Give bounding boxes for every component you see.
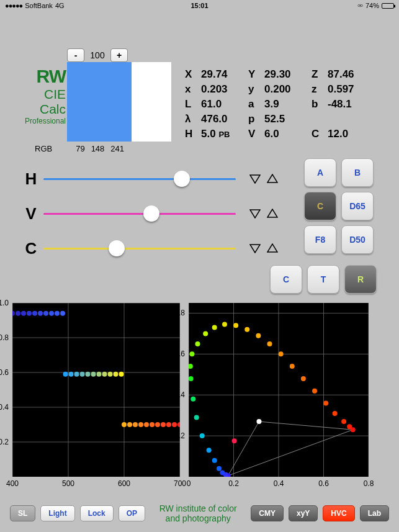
rgb-label: RGB: [35, 144, 52, 153]
illum-f8-button[interactable]: F8: [304, 225, 336, 254]
sl-button[interactable]: SL: [10, 505, 35, 521]
signal-icon: ●●●●●: [5, 2, 22, 9]
brand-calc: Calc: [9, 102, 66, 117]
stepper-value: 100: [86, 50, 109, 60]
status-bar: ●●●●● SoftBank 4G 15:01 ⚮ 74%: [0, 0, 399, 11]
svg-point-67: [191, 397, 195, 402]
illum-b-button[interactable]: B: [341, 158, 374, 187]
xyy-button[interactable]: xyY: [289, 505, 318, 521]
svg-point-27: [74, 372, 79, 377]
mode-row: C T R: [270, 265, 377, 294]
rgb-readout: RGB 79 148 241: [35, 144, 124, 153]
svg-point-16: [16, 311, 20, 316]
cmy-button[interactable]: CMY: [251, 505, 284, 521]
network: 4G: [55, 2, 65, 9]
svg-point-46: [177, 422, 180, 427]
battery-icon: [382, 3, 394, 9]
svg-point-37: [127, 422, 132, 427]
svg-point-42: [155, 422, 160, 427]
h-up-button[interactable]: [267, 174, 278, 184]
svg-marker-1: [267, 174, 277, 183]
svg-point-87: [351, 427, 356, 432]
hvc-button[interactable]: HVC: [323, 505, 354, 521]
light-button[interactable]: Light: [40, 505, 74, 521]
op-button[interactable]: OP: [119, 505, 145, 521]
c-down-button[interactable]: [249, 243, 261, 253]
val-V: 6.0: [262, 128, 304, 140]
svg-point-62: [217, 466, 222, 471]
svg-point-79: [279, 351, 284, 356]
h-down-button[interactable]: [249, 174, 261, 184]
illum-d65-button[interactable]: D65: [341, 192, 374, 220]
svg-point-22: [49, 311, 54, 316]
svg-point-61: [220, 470, 225, 475]
chromaticity-chart: 0.20.40.60.800.20.40.60.8: [189, 303, 369, 477]
spectral-chart: 0.20.40.60.81.0400500600700: [12, 303, 180, 477]
lock-button[interactable]: Lock: [80, 505, 114, 521]
svg-marker-5: [267, 244, 277, 252]
svg-point-40: [144, 422, 149, 427]
footer-text: RW institute of color and photography: [151, 503, 244, 523]
bluetooth-icon: ⚮: [357, 2, 363, 10]
svg-point-21: [43, 311, 48, 316]
slider-h[interactable]: [43, 169, 236, 188]
brand-rw: RW: [9, 66, 66, 87]
val-a: 3.9: [262, 98, 304, 110]
svg-point-65: [200, 433, 205, 438]
svg-point-70: [189, 351, 194, 356]
svg-line-58: [259, 422, 352, 430]
svg-point-36: [122, 422, 127, 427]
color-swatch: [67, 62, 171, 142]
svg-point-29: [86, 372, 91, 377]
sliders: H V C: [19, 161, 292, 266]
swatch-reference: [132, 62, 171, 142]
svg-point-18: [27, 311, 32, 316]
svg-point-17: [21, 311, 26, 316]
val-Hs: PB: [218, 130, 230, 139]
v-down-button[interactable]: [249, 209, 261, 219]
stepper-plus-button[interactable]: +: [110, 48, 128, 62]
brand-pro: Professional: [9, 117, 66, 125]
svg-point-72: [203, 331, 208, 336]
svg-point-41: [150, 422, 155, 427]
svg-point-34: [114, 372, 119, 377]
rgb-g: 148: [91, 144, 105, 153]
slider-c[interactable]: [43, 239, 236, 258]
charts: 0.20.40.60.81.0400500600700 0.20.40.60.8…: [12, 303, 369, 477]
svg-point-83: [323, 400, 328, 405]
svg-point-88: [256, 419, 261, 424]
svg-point-20: [38, 311, 43, 316]
svg-point-78: [267, 341, 272, 346]
mode-t-button[interactable]: T: [307, 265, 339, 294]
illum-c-button[interactable]: C: [304, 192, 336, 220]
svg-point-71: [195, 341, 200, 346]
svg-point-33: [108, 372, 113, 377]
lab-button[interactable]: Lab: [360, 505, 389, 521]
brand-block: RW CIE Calc Professional: [9, 66, 66, 125]
val-X: 29.74: [199, 68, 241, 81]
mode-r-button[interactable]: R: [344, 265, 377, 294]
rgb-b: 241: [110, 144, 124, 153]
svg-point-26: [69, 372, 74, 377]
svg-point-69: [189, 364, 193, 369]
svg-point-44: [166, 422, 171, 427]
swatch-primary: [67, 62, 132, 142]
svg-point-32: [102, 372, 107, 377]
svg-point-68: [189, 376, 194, 381]
svg-point-82: [312, 389, 317, 394]
v-up-button[interactable]: [267, 209, 278, 219]
mode-c-button[interactable]: C: [270, 265, 302, 294]
illum-d50-button[interactable]: D50: [341, 225, 374, 254]
svg-point-74: [222, 322, 227, 327]
slider-v[interactable]: [43, 204, 236, 223]
val-C: 12.0: [325, 128, 367, 140]
svg-point-25: [63, 372, 68, 377]
slider-c-label: C: [19, 239, 43, 258]
c-up-button[interactable]: [267, 243, 278, 253]
illum-a-button[interactable]: A: [304, 158, 336, 187]
val-p: 52.5: [262, 113, 304, 125]
carrier: SoftBank: [25, 2, 53, 9]
svg-point-75: [233, 323, 238, 328]
svg-point-38: [133, 422, 138, 427]
stepper-minus-button[interactable]: -: [67, 48, 84, 62]
